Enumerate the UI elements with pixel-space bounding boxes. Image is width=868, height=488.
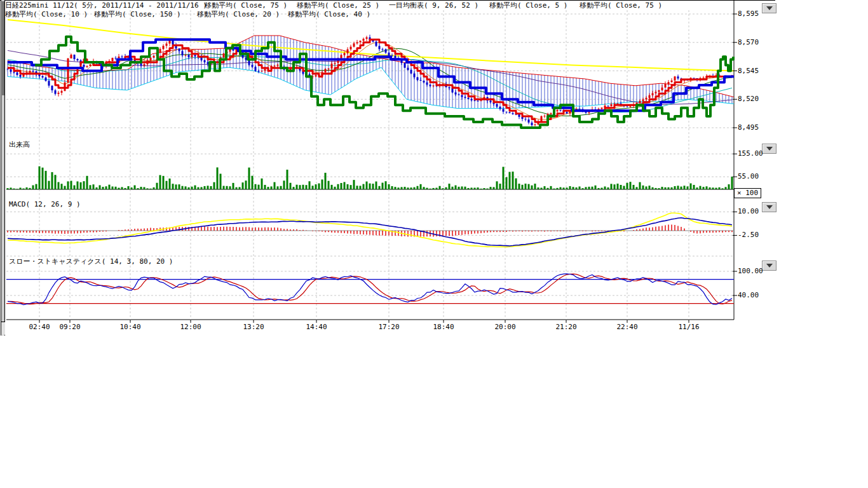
price-axis-label: 8,545 <box>738 67 759 74</box>
stochastics-panel-dropdown-button[interactable] <box>762 261 776 271</box>
time-axis-label: 12:00 <box>180 323 201 330</box>
price-panel-dropdown-button[interactable] <box>762 3 776 13</box>
price-axis-label: 8,495 <box>738 124 759 131</box>
chevron-down-icon <box>766 6 773 10</box>
volume-panel-dropdown-button[interactable] <box>762 144 776 154</box>
stoch-axis-label: 100.00 <box>738 268 763 274</box>
header-indicator-label: 移動平均( Close, 20 ) <box>197 11 280 18</box>
chart-application-window: 日経225mini 11/12( 5分, 2011/11/14 - 2011/1… <box>0 0 868 488</box>
header-indicator-label: 移動平均( Close, 5 ) <box>489 2 567 10</box>
header-indicator-label: 移動平均( Close, 75 ) <box>580 2 662 10</box>
header-indicator-label: 移動平均( Close, 25 ) <box>297 2 379 10</box>
price-axis-label: 8,595 <box>738 10 759 17</box>
vertical-scrollbar[interactable] <box>1 0 5 336</box>
chevron-down-icon <box>766 147 773 151</box>
volume-axis-label: 155.00 <box>738 150 763 157</box>
chevron-down-icon <box>766 205 773 209</box>
time-axis-label: 22:40 <box>616 323 637 330</box>
macd-axis-label: -2.50 <box>738 231 759 238</box>
time-axis-label: 13:20 <box>243 323 264 330</box>
header-indicator-label: 一目均衡表( 9, 26, 52 ) <box>389 2 478 10</box>
time-axis-label: 20:00 <box>494 323 515 330</box>
macd-panel-label: MACD( 12, 26, 9 ) <box>9 201 81 208</box>
price-axis-label: 8,570 <box>738 39 759 46</box>
chevron-down-icon <box>766 264 773 268</box>
time-axis-label: 14:40 <box>306 323 327 330</box>
stochastics-panel-label: スロー・ストキャスティクス( 14, 3, 80, 20 ) <box>9 258 173 266</box>
time-axis-label: 02:40 <box>29 323 50 330</box>
time-axis-label: 18:40 <box>433 323 454 330</box>
scrollbar-thumb[interactable] <box>2 1 4 95</box>
scrollbar-end-cap[interactable] <box>1 322 5 335</box>
volume-multiplier-badge: × 100 <box>734 188 761 198</box>
stoch-axis-label: 40.00 <box>738 292 759 299</box>
time-axis-label: 09:20 <box>59 323 80 330</box>
header-indicator-label: 移動平均( Close, 40 ) <box>288 11 370 18</box>
time-axis-label: 21:20 <box>555 323 576 330</box>
chart-title: 日経225mini 11/12( 5分, 2011/11/14 - 2011/1… <box>5 2 207 10</box>
time-axis-label: 10:40 <box>119 323 140 330</box>
header-indicator-label: 移動平均( Close, 10 ) <box>5 11 88 18</box>
header-indicator-label: 移動平均( Close, 75 ) <box>205 2 287 10</box>
time-axis-label: 17:20 <box>378 323 399 330</box>
time-axis-label: 11/16 <box>678 323 699 330</box>
macd-panel-dropdown-button[interactable] <box>762 202 776 212</box>
volume-panel-label: 出来高 <box>9 141 30 149</box>
macd-panel-plot-area[interactable] <box>6 198 734 255</box>
header-indicator-label: 移動平均( Close, 150 ) <box>94 11 181 18</box>
volume-axis-label: 55.00 <box>738 173 759 180</box>
macd-axis-label: 10.00 <box>738 208 759 215</box>
price-axis-label: 8,520 <box>738 95 759 102</box>
